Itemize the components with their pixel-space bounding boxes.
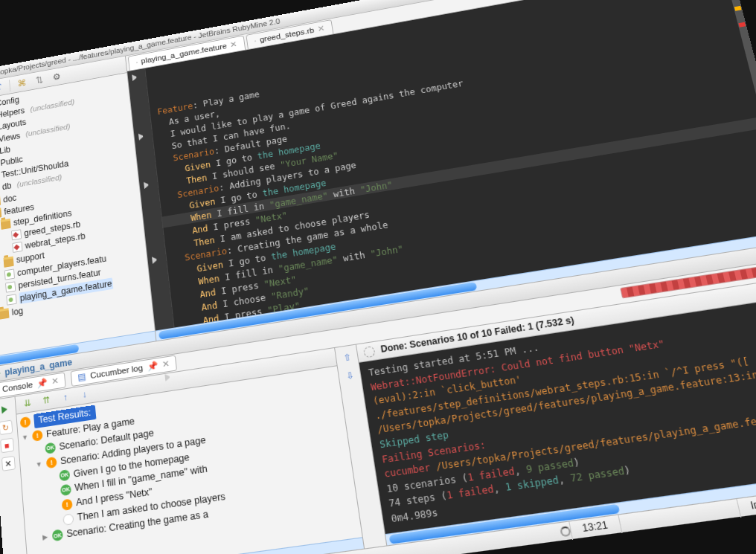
sort-icon[interactable]: ⇅: [33, 73, 46, 86]
rerun-failed-icon[interactable]: ↻: [0, 420, 13, 436]
ruby-icon: [12, 242, 22, 253]
collapse-icon[interactable]: ⇈: [39, 393, 54, 408]
feature-icon: [5, 281, 16, 292]
tree-node-label: Lib: [0, 144, 11, 157]
feature-icon: [6, 294, 16, 305]
rerun-icon[interactable]: [0, 402, 11, 418]
console-tab-label: Console: [2, 379, 33, 396]
expand-icon[interactable]: ⇊: [20, 396, 36, 411]
twisty-icon[interactable]: [48, 477, 56, 477]
folder-icon: [0, 309, 10, 320]
tree-node-label: db: [1, 181, 11, 193]
twisty-icon[interactable]: [52, 521, 60, 521]
test-status-icon: [62, 498, 73, 511]
twisty-icon[interactable]: [0, 289, 3, 290]
feature-icon: [136, 62, 138, 63]
twisty-icon[interactable]: ▶: [0, 259, 1, 268]
ide-window: /Users/topka/Projects/greed - .../featur…: [0, 0, 756, 554]
twisty-icon[interactable]: ▶: [41, 532, 49, 543]
prev-fail-icon[interactable]: ↑: [57, 390, 73, 405]
twisty-icon[interactable]: [51, 506, 58, 506]
scroll-up-icon[interactable]: ⇧: [339, 350, 355, 365]
test-status-icon: [32, 430, 43, 442]
tree-node-label: doc: [3, 192, 17, 205]
close-icon[interactable]: ✕: [230, 39, 238, 51]
test-status-icon: [45, 442, 56, 454]
close-icon[interactable]: ✕: [317, 23, 326, 35]
test-status-icon: [63, 513, 74, 526]
test-status-icon: [52, 529, 63, 542]
twisty-icon[interactable]: [0, 301, 4, 303]
twisty-icon[interactable]: [1, 236, 8, 238]
scroll-down-icon[interactable]: ⇩: [342, 368, 357, 384]
test-status-icon: [46, 457, 57, 468]
gear-icon[interactable]: ⚙: [50, 70, 63, 83]
flatten-icon[interactable]: ⌘: [15, 77, 28, 90]
twisty-icon[interactable]: [0, 276, 1, 277]
separator: [9, 80, 10, 91]
close-icon[interactable]: ✕: [1, 456, 15, 471]
feature-icon: [4, 268, 15, 280]
warn-icon: [20, 416, 31, 428]
folder-icon: [1, 219, 11, 230]
settings-icon[interactable]: [363, 346, 376, 358]
play-icon: [0, 370, 1, 378]
tree-node-label: log: [11, 305, 23, 318]
test-status-icon: [60, 483, 71, 496]
run-gutter-icon[interactable]: [132, 74, 139, 81]
run-gutter-icon[interactable]: [164, 373, 173, 381]
folder-icon: [0, 196, 1, 207]
run-gutter-icon[interactable]: [138, 132, 146, 141]
ruby-icon: [254, 40, 256, 42]
close-icon[interactable]: ✕: [161, 358, 170, 371]
run-gutter-icon[interactable]: [152, 256, 160, 264]
twisty-icon[interactable]: ▼: [35, 460, 43, 470]
ruby-icon: [11, 229, 22, 240]
doc-icon: ▤: [77, 371, 86, 384]
twisty-icon[interactable]: [49, 491, 57, 492]
test-status-icon: [59, 469, 70, 481]
run-gutter-icon[interactable]: [144, 181, 152, 189]
collapse-icon[interactable]: ⇵: [0, 80, 4, 94]
twisty-icon[interactable]: [3, 248, 10, 250]
folder-icon: [3, 256, 13, 267]
pin-icon[interactable]: 📌: [147, 360, 158, 373]
twisty-icon[interactable]: ▼: [21, 433, 29, 443]
next-fail-icon[interactable]: ↓: [77, 387, 92, 403]
pin-icon[interactable]: 📌: [36, 377, 48, 390]
folder-icon: [0, 207, 1, 219]
twisty-icon[interactable]: [34, 450, 42, 451]
stop-icon[interactable]: ■: [0, 438, 14, 454]
close-icon[interactable]: ✕: [51, 375, 60, 387]
